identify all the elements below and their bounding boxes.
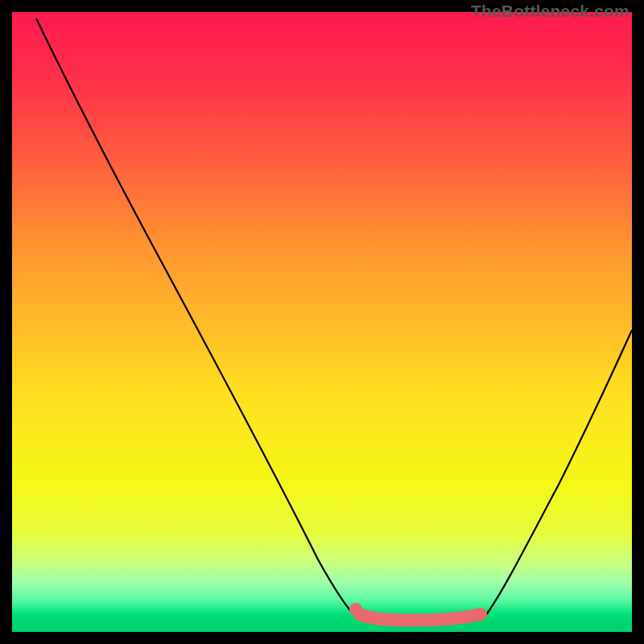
curve-left <box>36 19 355 616</box>
current-point-marker <box>349 603 362 616</box>
optimal-range-band <box>360 614 481 621</box>
plot-area <box>12 12 632 632</box>
curve-right <box>485 330 632 616</box>
chart-svg <box>12 12 632 632</box>
attribution-text: TheBottleneck.com <box>471 2 630 21</box>
chart-container: TheBottleneck.com <box>0 0 644 644</box>
